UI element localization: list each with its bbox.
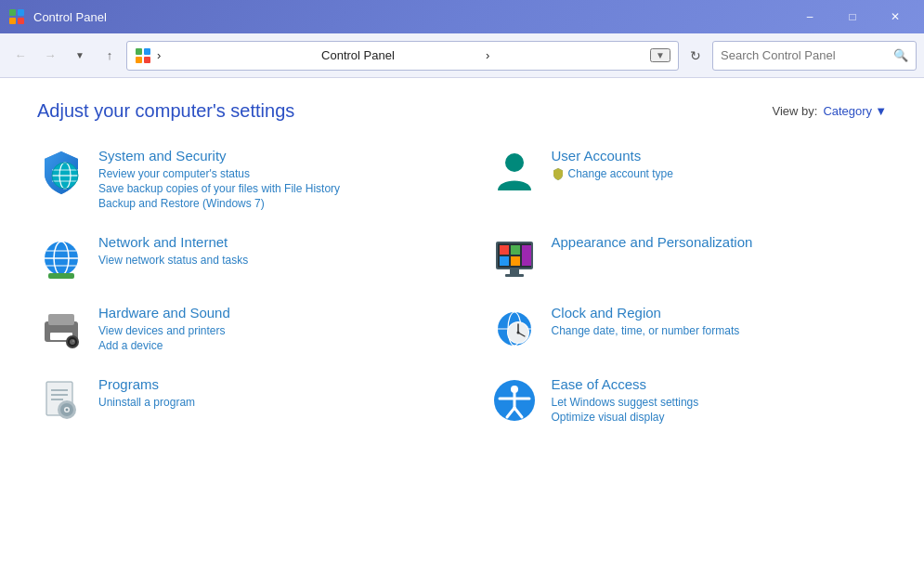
category-hardware: Hardware and Sound View devices and prin…	[37, 305, 435, 354]
svg-point-35	[70, 339, 75, 345]
breadcrumb-root: ›	[157, 48, 316, 62]
app-icon	[7, 7, 26, 26]
user-accounts-title[interactable]: User Accounts	[552, 148, 888, 164]
category-clock: Clock and Region Change date, time, or n…	[490, 305, 888, 354]
programs-link-0[interactable]: Uninstall a program	[98, 396, 435, 409]
system-security-link-0[interactable]: Review your computer's status	[98, 167, 435, 180]
forward-button[interactable]: →	[37, 43, 63, 69]
category-programs: Programs Uninstall a program	[37, 376, 435, 426]
svg-rect-5	[144, 48, 150, 55]
system-security-link-2[interactable]: Backup and Restore (Windows 7)	[98, 197, 435, 210]
hardware-link-1[interactable]: Add a device	[98, 339, 435, 352]
network-title[interactable]: Network and Internet	[98, 234, 435, 250]
category-ease: Ease of Access Let Windows suggest setti…	[490, 376, 888, 426]
ease-link-0[interactable]: Let Windows suggest settings	[552, 396, 888, 409]
category-user-accounts: User Accounts Change account type	[490, 148, 888, 212]
user-accounts-content: User Accounts Change account type	[552, 148, 888, 182]
search-field[interactable]: 🔍	[712, 41, 917, 71]
viewby-dropdown[interactable]: Category ▼	[823, 104, 887, 118]
system-security-content: System and Security Review your computer…	[98, 148, 435, 212]
svg-rect-1	[18, 9, 24, 16]
clock-icon	[490, 305, 539, 353]
refresh-button[interactable]: ↻	[683, 43, 709, 69]
appearance-icon	[490, 234, 539, 282]
address-field[interactable]: › Control Panel › ▼	[126, 41, 679, 71]
network-link-0[interactable]: View network status and tasks	[98, 254, 435, 267]
svg-rect-24	[511, 245, 520, 255]
address-dropdown-button[interactable]: ▼	[650, 48, 670, 62]
programs-title[interactable]: Programs	[98, 376, 435, 392]
hardware-link-0[interactable]: View devices and printers	[98, 324, 435, 337]
svg-rect-7	[144, 57, 150, 63]
hardware-content: Hardware and Sound View devices and prin…	[98, 305, 435, 354]
network-content: Network and Internet View network status…	[98, 234, 435, 268]
ease-content: Ease of Access Let Windows suggest setti…	[552, 376, 888, 426]
svg-rect-31	[48, 314, 74, 325]
clock-content: Clock and Region Change date, time, or n…	[552, 305, 888, 339]
system-security-title[interactable]: System and Security	[98, 148, 435, 164]
clock-title[interactable]: Clock and Region	[552, 305, 888, 321]
view-by-control: View by: Category ▼	[772, 104, 887, 118]
search-input[interactable]	[721, 48, 890, 62]
viewby-label: View by:	[772, 104, 817, 118]
svg-rect-4	[136, 48, 142, 55]
search-icon[interactable]: 🔍	[893, 48, 908, 62]
recent-button[interactable]: ▼	[67, 43, 93, 69]
ease-title[interactable]: Ease of Access	[552, 376, 888, 392]
main-header: Adjust your computer's settings View by:…	[37, 100, 887, 122]
back-button[interactable]: ←	[7, 43, 33, 69]
window-title: Control Panel	[33, 10, 788, 24]
chevron-down-icon: ▼	[875, 104, 887, 118]
svg-rect-29	[505, 274, 524, 277]
svg-rect-28	[510, 269, 519, 274]
system-security-link-1[interactable]: Save backup copies of your files with Fi…	[98, 182, 435, 195]
category-appearance: Appearance and Personalization	[490, 234, 888, 282]
main-content: Adjust your computer's settings View by:…	[0, 78, 924, 561]
breadcrumb-current: Control Panel	[321, 48, 480, 62]
titlebar: Control Panel – □ ✕	[0, 0, 924, 33]
programs-content: Programs Uninstall a program	[98, 376, 435, 411]
window-controls: – □ ✕	[788, 0, 917, 33]
category-system-security: System and Security Review your computer…	[37, 148, 435, 212]
svg-rect-6	[136, 57, 142, 63]
category-network: Network and Internet View network status…	[37, 234, 435, 282]
hardware-title[interactable]: Hardware and Sound	[98, 305, 435, 321]
svg-rect-20	[48, 273, 74, 279]
appearance-content: Appearance and Personalization	[552, 234, 888, 254]
user-accounts-icon	[490, 148, 539, 196]
svg-point-14	[505, 153, 524, 172]
svg-point-36	[72, 340, 74, 342]
programs-icon	[37, 376, 85, 425]
network-icon	[37, 234, 85, 282]
svg-rect-26	[511, 256, 520, 266]
svg-point-53	[66, 409, 69, 412]
ease-icon	[490, 376, 539, 425]
page-heading: Adjust your computer's settings	[37, 100, 294, 122]
system-security-icon	[37, 148, 85, 196]
svg-rect-27	[522, 245, 531, 266]
svg-rect-2	[9, 18, 16, 24]
svg-rect-3	[18, 18, 24, 24]
ease-link-1[interactable]: Optimize visual display	[552, 411, 888, 424]
svg-rect-0	[9, 9, 16, 16]
svg-rect-25	[500, 256, 509, 266]
appearance-title[interactable]: Appearance and Personalization	[552, 234, 888, 250]
up-button[interactable]: ↑	[97, 43, 123, 69]
svg-rect-23	[500, 245, 509, 255]
clock-link-0[interactable]: Change date, time, or number formats	[552, 324, 888, 337]
user-accounts-link-0[interactable]: Change account type	[552, 167, 888, 180]
addressbar: ← → ▼ ↑ › Control Panel › ▼ ↻ 🔍	[0, 33, 924, 78]
categories-grid: System and Security Review your computer…	[37, 148, 887, 426]
hardware-icon	[37, 305, 85, 353]
maximize-button[interactable]: □	[831, 0, 874, 33]
minimize-button[interactable]: –	[788, 0, 831, 33]
breadcrumb-arrow: ›	[486, 48, 644, 62]
close-button[interactable]: ✕	[874, 0, 917, 33]
